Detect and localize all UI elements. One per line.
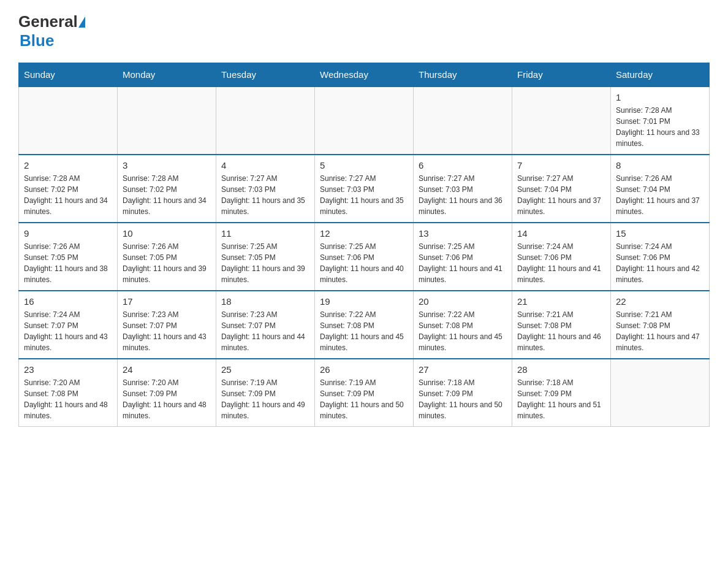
day-number: 4 <box>221 160 309 170</box>
day-info: Sunrise: 7:28 AMSunset: 7:02 PMDaylight:… <box>24 173 112 217</box>
calendar-day-cell: 19Sunrise: 7:22 AMSunset: 7:08 PMDayligh… <box>315 291 414 359</box>
day-number: 21 <box>517 296 605 307</box>
day-info: Sunrise: 7:27 AMSunset: 7:03 PMDaylight:… <box>419 173 507 217</box>
calendar-day-cell: 9Sunrise: 7:26 AMSunset: 7:05 PMDaylight… <box>19 223 118 291</box>
day-number: 16 <box>24 296 112 307</box>
day-info: Sunrise: 7:28 AMSunset: 7:02 PMDaylight:… <box>123 173 211 217</box>
day-number: 2 <box>24 160 112 170</box>
day-info: Sunrise: 7:24 AMSunset: 7:06 PMDaylight:… <box>616 241 704 285</box>
day-info: Sunrise: 7:20 AMSunset: 7:08 PMDaylight:… <box>24 377 112 421</box>
day-info: Sunrise: 7:28 AMSunset: 7:01 PMDaylight:… <box>616 105 704 149</box>
day-info: Sunrise: 7:21 AMSunset: 7:08 PMDaylight:… <box>517 309 605 353</box>
day-info: Sunrise: 7:21 AMSunset: 7:08 PMDaylight:… <box>616 309 704 353</box>
calendar-day-cell: 27Sunrise: 7:18 AMSunset: 7:09 PMDayligh… <box>414 359 512 427</box>
day-info: Sunrise: 7:20 AMSunset: 7:09 PMDaylight:… <box>123 377 211 421</box>
day-number: 3 <box>123 160 211 170</box>
calendar-day-cell: 12Sunrise: 7:25 AMSunset: 7:06 PMDayligh… <box>315 223 414 291</box>
calendar-day-cell: 18Sunrise: 7:23 AMSunset: 7:07 PMDayligh… <box>216 291 315 359</box>
calendar-day-cell: 23Sunrise: 7:20 AMSunset: 7:08 PMDayligh… <box>19 359 118 427</box>
day-number: 9 <box>24 228 112 239</box>
day-number: 23 <box>24 364 112 375</box>
logo-general-text: General <box>18 12 78 31</box>
day-number: 17 <box>123 296 211 307</box>
calendar-week-row: 16Sunrise: 7:24 AMSunset: 7:07 PMDayligh… <box>19 291 710 359</box>
day-info: Sunrise: 7:19 AMSunset: 7:09 PMDaylight:… <box>221 377 309 421</box>
calendar-day-cell: 7Sunrise: 7:27 AMSunset: 7:04 PMDaylight… <box>512 155 611 223</box>
calendar-day-cell: 21Sunrise: 7:21 AMSunset: 7:08 PMDayligh… <box>512 291 611 359</box>
calendar-day-cell: 15Sunrise: 7:24 AMSunset: 7:06 PMDayligh… <box>611 223 710 291</box>
day-number: 5 <box>320 160 408 170</box>
day-of-week-header: Saturday <box>611 63 710 87</box>
day-number: 22 <box>616 296 704 307</box>
day-number: 15 <box>616 228 704 239</box>
day-number: 26 <box>320 364 408 375</box>
calendar-day-cell <box>611 359 710 427</box>
day-number: 14 <box>517 228 605 239</box>
calendar-day-cell: 28Sunrise: 7:18 AMSunset: 7:09 PMDayligh… <box>512 359 611 427</box>
calendar-day-cell: 14Sunrise: 7:24 AMSunset: 7:06 PMDayligh… <box>512 223 611 291</box>
day-number: 12 <box>320 228 408 239</box>
calendar-header-row: SundayMondayTuesdayWednesdayThursdayFrid… <box>19 63 710 87</box>
calendar-day-cell: 11Sunrise: 7:25 AMSunset: 7:05 PMDayligh… <box>216 223 315 291</box>
day-info: Sunrise: 7:26 AMSunset: 7:05 PMDaylight:… <box>24 241 112 285</box>
calendar-table: SundayMondayTuesdayWednesdayThursdayFrid… <box>18 63 710 427</box>
day-info: Sunrise: 7:27 AMSunset: 7:03 PMDaylight:… <box>320 173 408 217</box>
day-number: 7 <box>517 160 605 170</box>
day-number: 18 <box>221 296 309 307</box>
calendar-day-cell: 22Sunrise: 7:21 AMSunset: 7:08 PMDayligh… <box>611 291 710 359</box>
day-info: Sunrise: 7:27 AMSunset: 7:03 PMDaylight:… <box>221 173 309 217</box>
day-number: 6 <box>419 160 507 170</box>
day-info: Sunrise: 7:23 AMSunset: 7:07 PMDaylight:… <box>221 309 309 353</box>
day-info: Sunrise: 7:19 AMSunset: 7:09 PMDaylight:… <box>320 377 408 421</box>
calendar-week-row: 1Sunrise: 7:28 AMSunset: 7:01 PMDaylight… <box>19 86 710 155</box>
calendar-day-cell: 3Sunrise: 7:28 AMSunset: 7:02 PMDaylight… <box>118 155 216 223</box>
day-number: 27 <box>419 364 507 375</box>
day-of-week-header: Sunday <box>19 63 118 87</box>
calendar-day-cell: 4Sunrise: 7:27 AMSunset: 7:03 PMDaylight… <box>216 155 315 223</box>
page-header: General Blue <box>18 12 710 50</box>
day-info: Sunrise: 7:22 AMSunset: 7:08 PMDaylight:… <box>320 309 408 353</box>
calendar-day-cell: 26Sunrise: 7:19 AMSunset: 7:09 PMDayligh… <box>315 359 414 427</box>
calendar-day-cell: 1Sunrise: 7:28 AMSunset: 7:01 PMDaylight… <box>611 86 710 155</box>
day-number: 20 <box>419 296 507 307</box>
day-of-week-header: Thursday <box>414 63 512 87</box>
day-info: Sunrise: 7:26 AMSunset: 7:05 PMDaylight:… <box>123 241 211 285</box>
logo-triangle-icon <box>78 17 85 28</box>
day-info: Sunrise: 7:18 AMSunset: 7:09 PMDaylight:… <box>517 377 605 421</box>
calendar-day-cell: 20Sunrise: 7:22 AMSunset: 7:08 PMDayligh… <box>414 291 512 359</box>
calendar-day-cell: 16Sunrise: 7:24 AMSunset: 7:07 PMDayligh… <box>19 291 118 359</box>
calendar-day-cell: 2Sunrise: 7:28 AMSunset: 7:02 PMDaylight… <box>19 155 118 223</box>
day-info: Sunrise: 7:22 AMSunset: 7:08 PMDaylight:… <box>419 309 507 353</box>
calendar-day-cell: 13Sunrise: 7:25 AMSunset: 7:06 PMDayligh… <box>414 223 512 291</box>
calendar-week-row: 2Sunrise: 7:28 AMSunset: 7:02 PMDaylight… <box>19 155 710 223</box>
day-number: 8 <box>616 160 704 170</box>
logo-blue-text: Blue <box>20 31 54 50</box>
day-info: Sunrise: 7:25 AMSunset: 7:06 PMDaylight:… <box>320 241 408 285</box>
day-info: Sunrise: 7:26 AMSunset: 7:04 PMDaylight:… <box>616 173 704 217</box>
calendar-day-cell <box>414 86 512 155</box>
day-number: 19 <box>320 296 408 307</box>
calendar-day-cell <box>216 86 315 155</box>
day-info: Sunrise: 7:18 AMSunset: 7:09 PMDaylight:… <box>419 377 507 421</box>
day-of-week-header: Wednesday <box>315 63 414 87</box>
day-number: 11 <box>221 228 309 239</box>
day-number: 10 <box>123 228 211 239</box>
calendar-week-row: 9Sunrise: 7:26 AMSunset: 7:05 PMDaylight… <box>19 223 710 291</box>
day-of-week-header: Friday <box>512 63 611 87</box>
calendar-day-cell: 8Sunrise: 7:26 AMSunset: 7:04 PMDaylight… <box>611 155 710 223</box>
day-info: Sunrise: 7:27 AMSunset: 7:04 PMDaylight:… <box>517 173 605 217</box>
calendar-day-cell: 10Sunrise: 7:26 AMSunset: 7:05 PMDayligh… <box>118 223 216 291</box>
calendar-day-cell: 6Sunrise: 7:27 AMSunset: 7:03 PMDaylight… <box>414 155 512 223</box>
calendar-day-cell <box>19 86 118 155</box>
calendar-day-cell: 17Sunrise: 7:23 AMSunset: 7:07 PMDayligh… <box>118 291 216 359</box>
day-of-week-header: Monday <box>118 63 216 87</box>
calendar-day-cell <box>315 86 414 155</box>
day-number: 1 <box>616 92 704 102</box>
calendar-day-cell: 25Sunrise: 7:19 AMSunset: 7:09 PMDayligh… <box>216 359 315 427</box>
calendar-day-cell <box>512 86 611 155</box>
calendar-day-cell <box>118 86 216 155</box>
logo: General Blue <box>18 12 86 50</box>
calendar-day-cell: 5Sunrise: 7:27 AMSunset: 7:03 PMDaylight… <box>315 155 414 223</box>
calendar-week-row: 23Sunrise: 7:20 AMSunset: 7:08 PMDayligh… <box>19 359 710 427</box>
calendar-day-cell: 24Sunrise: 7:20 AMSunset: 7:09 PMDayligh… <box>118 359 216 427</box>
